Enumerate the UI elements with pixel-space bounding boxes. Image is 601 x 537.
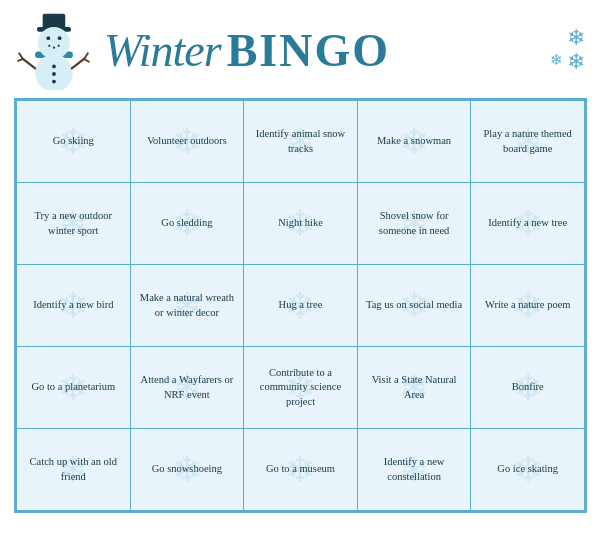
svg-line-16 [18,59,23,61]
bingo-board: Go skiing Volunteer outdoors Identify an… [14,98,587,513]
svg-point-8 [53,47,55,49]
cell-r5c5: Go ice skating [471,429,585,511]
cell-r4c2: Attend a Wayfarers or NRF event [130,347,244,429]
cell-r3c1: Identify a new bird [17,265,131,347]
cell-r3c5: Write a nature poem [471,265,585,347]
bingo-table: Go skiing Volunteer outdoors Identify an… [16,100,585,511]
svg-point-7 [48,45,50,47]
svg-line-15 [19,53,23,59]
svg-line-19 [84,59,89,62]
decorative-snowflakes: ❄ ❄ ❄ [550,27,585,73]
table-row: Go to a planetarium Attend a Wayfarers o… [17,347,585,429]
cell-r4c5: Bonfire [471,347,585,429]
cell-r3c3: Hug a tree [244,265,358,347]
cell-r5c2: Go snowshoeing [130,429,244,511]
cell-r2c2: Go sledding [130,183,244,265]
cell-r3c2: Make a natural wreath or winter decor [130,265,244,347]
cell-r1c4: Make a snowman [357,101,471,183]
cell-r2c4: Shovel snow for someone in need [357,183,471,265]
cell-r4c4: Visit a State Natural Area [357,347,471,429]
cell-r5c1: Catch up with an old friend [17,429,131,511]
table-row: Identify a new bird Make a natural wreat… [17,265,585,347]
cell-r2c3: Night hike [244,183,358,265]
cell-r3c4: Tag us on social media [357,265,471,347]
header: Winter BINGO ❄ ❄ ❄ [0,0,601,94]
table-row: Try a new outdoor winter sport Go sleddi… [17,183,585,265]
svg-line-14 [23,59,35,68]
svg-point-5 [46,36,50,40]
snowman-illustration [16,10,96,90]
title-bingo: BINGO [227,24,390,77]
svg-point-6 [58,36,62,40]
svg-line-18 [84,53,88,59]
table-row: Go skiing Volunteer outdoors Identify an… [17,101,585,183]
svg-rect-1 [43,14,66,29]
svg-point-4 [38,27,70,59]
svg-point-12 [52,72,56,76]
cell-r5c4: Identify a new constellation [357,429,471,511]
cell-r1c2: Volunteer outdoors [130,101,244,183]
table-row: Catch up with an old friend Go snowshoei… [17,429,585,511]
cell-r5c3: Go to a museum [244,429,358,511]
cell-r1c1: Go skiing [17,101,131,183]
cell-r1c5: Play a nature themed board game [471,101,585,183]
snowflake-large: ❄ [567,27,585,49]
title-winter: Winter [104,24,221,77]
svg-point-13 [52,80,56,84]
cell-r2c5: Identify a new tree [471,183,585,265]
svg-point-9 [58,45,60,47]
cell-r2c1: Try a new outdoor winter sport [17,183,131,265]
svg-line-17 [72,59,84,68]
page: Winter BINGO ❄ ❄ ❄ Go skiing Volunteer o… [0,0,601,537]
cell-r4c1: Go to a planetarium [17,347,131,429]
cell-r4c3: Contribute to a community science projec… [244,347,358,429]
snowflake-small-1: ❄ [550,51,563,73]
snowflake-medium: ❄ [567,51,585,73]
svg-point-11 [52,65,56,69]
title-area: Winter BINGO [104,24,542,77]
cell-r1c3: Identify animal snow tracks [244,101,358,183]
